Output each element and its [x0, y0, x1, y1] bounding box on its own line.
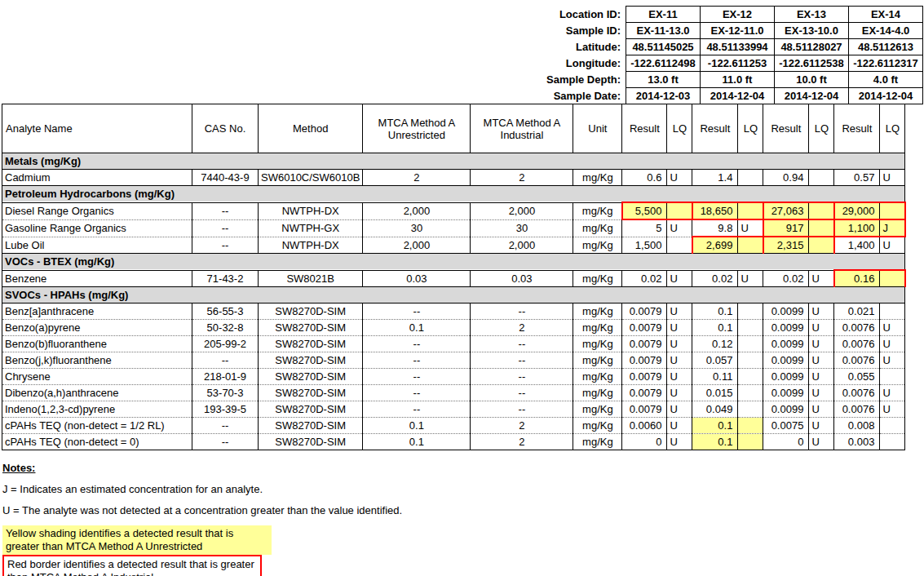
sample-info-value: 2014-12-03: [626, 88, 701, 104]
mtca-industrial-cell: 0.03: [471, 270, 573, 287]
result-cell: 0.0076: [834, 352, 880, 369]
results-table: Analyte Name CAS No. Method MTCA Method …: [2, 104, 906, 450]
result-cell: 0.0076: [834, 320, 880, 336]
lab-qualifier-cell: U: [667, 418, 692, 434]
cas-no-cell: --: [192, 434, 259, 450]
result-cell: 0.0099: [763, 352, 809, 369]
sample-info-value: EX-13: [775, 7, 849, 23]
lab-qualifier-cell: [738, 202, 763, 219]
result-cell: 0.0079: [622, 336, 667, 352]
lab-qualifier-cell: [667, 202, 692, 219]
table-row: Benzo(a)pyrene50-32-8SW8270D-SIM0.12mg/K…: [2, 320, 905, 336]
lab-qualifier-cell: [809, 219, 834, 237]
method-cell: NWTPH-GX: [259, 219, 363, 237]
unit-cell: mg/Kg: [573, 202, 622, 219]
result-cell: 0.0079: [622, 352, 667, 369]
sample-info-value: 2014-12-04: [775, 88, 849, 104]
sample-info-value: EX-11-13.0: [626, 23, 701, 39]
lab-qualifier-cell: U: [667, 369, 692, 385]
mtca-industrial-cell: --: [471, 304, 573, 320]
lab-qualifier-cell: U: [809, 270, 834, 287]
method-cell: NWTPH-DX: [259, 237, 363, 254]
method-cell: SW8270D-SIM: [259, 369, 363, 385]
cas-no-cell: 50-32-8: [192, 320, 259, 336]
unit-cell: mg/Kg: [573, 219, 622, 237]
sample-info-value: 48.5112613: [849, 39, 923, 55]
result-cell: 0.055: [834, 369, 880, 385]
result-cell: 0.1: [692, 320, 738, 336]
cas-no-cell: --: [192, 237, 259, 254]
result-cell: 1,100: [834, 219, 880, 237]
method-cell: NWTPH-DX: [259, 202, 363, 219]
method-cell: SW8270D-SIM: [259, 385, 363, 401]
sample-info-label: Sample Date:: [523, 88, 626, 104]
sample-info-row: Latitude:48.5114502548.5113399448.511280…: [523, 39, 923, 55]
result-cell: 0.0076: [834, 401, 880, 418]
mtca-unrestricted-cell: 2,000: [363, 237, 471, 254]
lab-qualifier-cell: U: [667, 352, 692, 369]
lab-qualifier-cell: [738, 170, 763, 186]
lab-qualifier-cell: [880, 434, 905, 450]
result-cell: 0.02: [763, 270, 809, 287]
lab-qualifier-cell: [738, 418, 763, 434]
sample-info-value: EX-14: [849, 7, 923, 23]
lab-qualifier-cell: [738, 369, 763, 385]
analyte-name-cell: Gasoline Range Organics: [2, 219, 192, 237]
lab-qualifier-cell: U: [667, 336, 692, 352]
lab-qualifier-cell: [809, 237, 834, 254]
lab-qualifier-cell: U: [667, 304, 692, 320]
analyte-name-cell: Benzo(b)fluoranthene: [2, 336, 192, 352]
lab-qualifier-cell: [738, 320, 763, 336]
sample-info-value: 4.0 ft: [849, 72, 923, 88]
result-cell: 0.1: [692, 434, 738, 450]
mtca-unrestricted-cell: 0.1: [363, 320, 471, 336]
result-cell: 0.0079: [622, 385, 667, 401]
mtca-industrial-cell: --: [471, 369, 573, 385]
lab-qualifier-cell: U: [667, 270, 692, 287]
mtca-unrestricted-cell: --: [363, 369, 471, 385]
unit-cell: mg/Kg: [573, 170, 622, 186]
lab-qualifier-cell: [738, 304, 763, 320]
result-cell: 1,500: [622, 237, 667, 254]
table-row: Indeno(1,2,3-cd)pyrene193-39-5SW8270D-SI…: [2, 401, 905, 418]
analyte-name-cell: cPAHs TEQ (non-detect = 1/2 RL): [2, 418, 192, 434]
analyte-name-cell: Diesel Range Organics: [2, 202, 192, 219]
result-cell: 0.0079: [622, 369, 667, 385]
section-header-row: SVOCs - HPAHs (mg/Kg): [2, 287, 905, 304]
unit-cell: mg/Kg: [573, 336, 622, 352]
lab-qualifier-cell: U: [880, 385, 905, 401]
sample-info-label: Sample ID:: [523, 23, 626, 39]
sample-info-value: 48.51145025: [626, 39, 701, 55]
result-cell: 0.0099: [763, 369, 809, 385]
unit-cell: mg/Kg: [573, 401, 622, 418]
sample-info-label: Location ID:: [523, 7, 626, 23]
col-header-cas-no: CAS No.: [192, 104, 259, 153]
lab-qualifier-cell: [738, 401, 763, 418]
lab-qualifier-cell: U: [738, 270, 763, 287]
method-cell: SW8270D-SIM: [259, 304, 363, 320]
mtca-industrial-cell: --: [471, 385, 573, 401]
lab-qualifier-cell: [880, 369, 905, 385]
sample-info-value: 2014-12-04: [701, 88, 775, 104]
cas-no-cell: 53-70-3: [192, 385, 259, 401]
lab-qualifier-cell: U: [809, 418, 834, 434]
mtca-unrestricted-cell: 0.03: [363, 270, 471, 287]
sample-info-row: Sample Depth:13.0 ft11.0 ft10.0 ft4.0 ft: [523, 72, 923, 88]
cas-no-cell: 7440-43-9: [192, 170, 259, 186]
analyte-name-cell: Chrysene: [2, 369, 192, 385]
lab-qualifier-cell: U: [809, 320, 834, 336]
sample-info-table: Location ID:EX-11EX-12EX-13EX-14Sample I…: [523, 6, 923, 104]
sample-info-row: Location ID:EX-11EX-12EX-13EX-14: [523, 7, 923, 23]
table-row: Cadmium7440-43-9SW6010C/SW6010B22mg/Kg0.…: [2, 170, 905, 186]
result-cell: 0.0060: [622, 418, 667, 434]
result-cell: 0.1: [692, 418, 738, 434]
mtca-industrial-cell: 2,000: [471, 202, 573, 219]
result-cell: 0.0099: [763, 320, 809, 336]
result-cell: 1.4: [692, 170, 738, 186]
col-header-result-3: Result: [763, 104, 809, 153]
col-header-result-2: Result: [692, 104, 738, 153]
lab-qualifier-cell: [880, 418, 905, 434]
table-row: Diesel Range Organics--NWTPH-DX2,0002,00…: [2, 202, 905, 219]
mtca-unrestricted-cell: --: [363, 385, 471, 401]
mtca-industrial-cell: --: [471, 352, 573, 369]
